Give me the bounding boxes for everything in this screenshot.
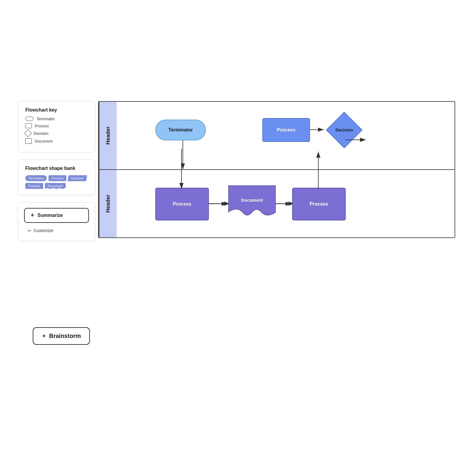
shape-bank-items: Terminator Process Decision Process Docu… (25, 175, 88, 189)
process2-node[interactable]: Process (155, 188, 209, 220)
lane-1-header-label: Header (105, 126, 111, 145)
lane-2-header-label: Header (105, 195, 111, 213)
svg-text:Document: Document (241, 198, 263, 203)
spark-icon: ✦ (30, 212, 35, 219)
document-node[interactable]: Document (228, 185, 276, 223)
lane-2: Header (99, 170, 455, 237)
document-svg: Document (228, 185, 276, 223)
lane-1: Header Termi (99, 102, 455, 170)
shape-chip-terminator[interactable]: Terminator (25, 175, 47, 181)
sliders-icon: ⇌ (28, 228, 31, 233)
left-panel: Flowchart key Terminator Process Decisio… (18, 101, 95, 241)
key-label-terminator: Terminator (37, 117, 55, 121)
document-icon (25, 138, 32, 144)
terminator-node[interactable]: Terminator (155, 120, 206, 140)
summarize-label: Summarize (37, 213, 63, 218)
lane-2-content: Process Document Process (117, 170, 455, 237)
process-icon (25, 123, 32, 128)
process3-node-label: Process (310, 201, 328, 207)
shape-chip-process1[interactable]: Process (48, 175, 66, 181)
key-item-decision: Decision (25, 131, 88, 136)
decision-node[interactable]: Decision (325, 111, 364, 149)
flowchart-diagram: Header Termi (98, 101, 455, 238)
terminator-node-label: Terminator (168, 127, 193, 133)
process3-node[interactable]: Process (292, 188, 346, 220)
decision-diamond-svg: Decision (325, 111, 364, 149)
lane-1-header: Header (99, 102, 117, 169)
shape-chip-process2[interactable]: Process (25, 183, 43, 189)
key-item-process: Process (25, 123, 88, 128)
key-item-document: Document (25, 138, 88, 144)
process1-node[interactable]: Process (262, 118, 310, 142)
lane-2-header: Header (99, 170, 117, 237)
process2-node-label: Process (173, 201, 191, 207)
flowchart-key-panel: Flowchart key Terminator Process Decisio… (18, 101, 95, 152)
key-item-terminator: Terminator (25, 116, 88, 121)
customize-label: Customize (34, 228, 53, 233)
key-label-document: Document (35, 139, 52, 143)
svg-text:Decision: Decision (336, 128, 353, 132)
key-label-decision: Decision (34, 131, 48, 136)
ai-tools-panel: ✦ Summarize ⇌ Customize (18, 202, 95, 241)
flowchart-key-title: Flowchart key (25, 107, 88, 113)
customize-button[interactable]: ⇌ Customize (24, 226, 89, 235)
brainstorm-spark-icon: ✦ (42, 333, 46, 339)
swim-lanes: Header Termi (99, 102, 455, 237)
decision-icon (24, 129, 32, 137)
shape-chip-document[interactable]: Document (45, 183, 66, 189)
shape-chip-decision[interactable]: Decision (68, 175, 87, 181)
brainstorm-label: Brainstorm (49, 333, 81, 339)
process1-node-label: Process (277, 127, 295, 133)
shape-bank-panel: Flowchart shape bank Terminator Process … (18, 159, 95, 195)
summarize-button[interactable]: ✦ Summarize (24, 208, 89, 223)
terminator-icon (25, 116, 34, 121)
brainstorm-button[interactable]: ✦ Brainstorm (33, 327, 90, 345)
shape-bank-title: Flowchart shape bank (25, 166, 88, 171)
key-label-process: Process (35, 124, 49, 128)
lane-1-content: Terminator Process Decision (117, 102, 455, 169)
